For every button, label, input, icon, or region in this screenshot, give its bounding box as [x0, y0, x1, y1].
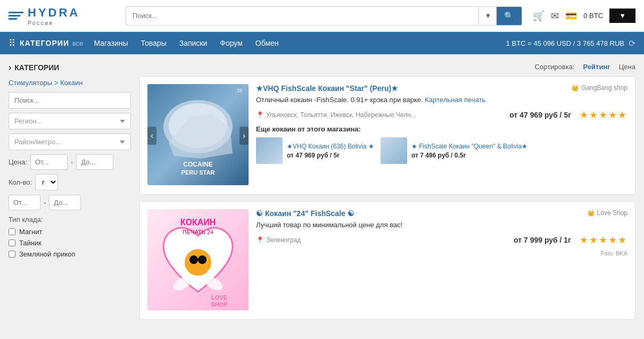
nav-exchange[interactable]: Обмен: [255, 39, 279, 47]
logo-sub: Россия: [28, 20, 80, 26]
svg-text:КОКАИН: КОКАИН: [180, 218, 216, 227]
search-area: ▼ 🔍: [126, 6, 522, 26]
zemla-label: Земляной прикоп: [19, 250, 76, 258]
product-price-2: от 7 999 руб / 1г: [514, 236, 571, 244]
product-price-1: от 47 969 руб / 5г: [509, 111, 571, 119]
qty-inputs: -: [9, 195, 131, 210]
product-stars-1: ★★★★★: [580, 109, 628, 121]
price-filter: Цена: -: [9, 154, 131, 170]
breadcrumb[interactable]: Стимуляторы > Кокаин: [9, 79, 131, 87]
price-label-2: от 7 999 руб / 1г: [514, 236, 571, 244]
magnet-checkbox[interactable]: [9, 228, 15, 235]
price-label-1: от 47 969 руб / 5г: [509, 111, 571, 119]
user-button[interactable]: ▼: [609, 9, 635, 23]
related-price-1-1: от 47 969 руб / 5г: [287, 152, 374, 159]
tайник-checkbox[interactable]: [9, 239, 15, 246]
location-text-2: Зеленоград: [266, 236, 301, 244]
svg-point-8: [185, 249, 211, 276]
mail-icon[interactable]: ✉: [551, 10, 559, 22]
exchange-rate: 1 BTC = 45 096 USD / 3 765 478 RUB: [506, 39, 624, 47]
related-info-1-1: ★VHQ Кокаин (636) Bolivia ★ от 47 969 ру…: [287, 143, 374, 159]
search-dropdown-arrow[interactable]: ▼: [478, 7, 497, 24]
nav-notes[interactable]: Записки: [179, 39, 208, 47]
klad-tайник: Тайник: [9, 239, 131, 247]
product-info-2: 👑 Love Shop ☯ Кокаин "24" FishScale ☯ Лу…: [256, 209, 628, 312]
sidebar-title: КАТЕГОРИИ: [9, 63, 131, 72]
qty-label: Кол-во:: [9, 178, 32, 186]
product-desc-highlight-1: Картельная печать.: [425, 96, 488, 104]
sort-bar: Сортировка: Рейтинг Цена: [139, 63, 635, 71]
nav-forum[interactable]: Форум: [220, 39, 243, 47]
shop-name-1: GangBang shop: [581, 84, 628, 92]
shop-link-1[interactable]: 👑 GangBang shop: [571, 84, 628, 92]
sort-rating[interactable]: Рейтинг: [583, 63, 610, 71]
qty-unit-select[interactable]: г: [35, 174, 58, 191]
price-dash: -: [71, 158, 73, 166]
district-select[interactable]: Район/метро...: [9, 134, 131, 150]
related-thumb-1-1: [256, 137, 283, 164]
related-item-1-1: ★VHQ Кокаин (636) Bolivia ★ от 47 969 ру…: [256, 137, 374, 164]
product-card-1: COCAINE PERU STAR 25 ‹ › 👑 GangBang shop…: [139, 76, 635, 195]
product-title-2[interactable]: ☯ Кокаин "24" FishScale ☯: [256, 209, 628, 218]
search-input[interactable]: [126, 7, 478, 24]
main-layout: КАТЕГОРИИ Стимуляторы > Кокаин Регион...…: [0, 54, 644, 339]
logo-area: HYDRA Россия: [9, 6, 115, 26]
location-pin-icon-1: 📍: [256, 111, 264, 119]
product-desc-text-1: Отличный кокаин -FishScale. 0.91+ крэка …: [256, 96, 423, 104]
svg-text:PERU STAR: PERU STAR: [181, 169, 215, 176]
qty-from-input[interactable]: [9, 195, 40, 210]
header-icons: 🛒 ✉ 💳 0 BTC ▼: [533, 9, 635, 23]
product-desc-2: Лучший товар по минимальной цене для вас…: [256, 221, 628, 229]
foto-credit: Foto: BKA: [256, 250, 628, 257]
svg-text:ПЕЧАТЬ 24: ПЕЧАТЬ 24: [183, 229, 213, 235]
grid-icon[interactable]: ⠿: [9, 37, 15, 49]
location-pin-icon-2: 📍: [256, 236, 264, 244]
qty-filter: Кол-во: г: [9, 174, 131, 191]
all-link[interactable]: все: [72, 39, 84, 47]
btc-balance: 0 BTC: [583, 12, 603, 20]
location-text-1: Ульяновск, Тольятти, Ижевск, Набережные …: [266, 111, 416, 119]
more-from-shop-1: Еще кокаин от этого магазина:: [256, 125, 628, 133]
sort-price[interactable]: Цена: [619, 63, 635, 71]
product-image-2: КОКАИН ПЕЧАТЬ 24 LOVE SHOP: [147, 209, 249, 312]
user-btn-label: ▼: [619, 12, 626, 20]
shop-icon-1: 👑: [571, 84, 579, 92]
sidebar-search-input[interactable]: [9, 92, 131, 109]
logo-icon: [9, 12, 23, 20]
logo-text: HYDRA Россия: [28, 6, 80, 26]
product-next-arrow[interactable]: ›: [240, 127, 249, 145]
nav-shops[interactable]: Магазины: [94, 39, 128, 47]
price-to-input[interactable]: [76, 154, 113, 170]
nav-goods[interactable]: Товары: [141, 39, 167, 47]
qty-to-input[interactable]: [49, 195, 81, 210]
qty-dash: -: [44, 199, 46, 206]
svg-text:COCAINE: COCAINE: [183, 161, 212, 168]
product-desc-text-2: Лучший товар по минимальной цене для вас…: [256, 221, 402, 229]
product-image-svg-2: КОКАИН ПЕЧАТЬ 24 LOVE SHOP: [147, 209, 249, 310]
price-from-input[interactable]: [30, 154, 68, 170]
region-select[interactable]: Регион...: [9, 113, 131, 129]
categories-label: КАТЕГОРИИ: [20, 39, 69, 47]
svg-rect-11: [191, 258, 198, 262]
related-title-1-2[interactable]: ★ FishScale Кокаин "Queen" & Bolivia★: [411, 143, 527, 150]
product-desc-1: Отличный кокаин -FishScale. 0.91+ крэка …: [256, 96, 628, 104]
svg-text:SHOP: SHOP: [211, 301, 227, 308]
nav-links: Магазины Товары Записки Форум Обмен: [94, 39, 506, 47]
product-prev-arrow[interactable]: ‹: [147, 127, 156, 145]
search-button[interactable]: 🔍: [497, 7, 522, 25]
shop-name-2: Love Shop: [597, 209, 628, 217]
related-title-1-1[interactable]: ★VHQ Кокаин (636) Bolivia ★: [287, 143, 374, 150]
magnet-label: Магнит: [19, 228, 42, 236]
sort-label: Сортировка:: [535, 63, 575, 71]
related-price-1-2: от 7 496 руб / 0.5г: [411, 152, 527, 159]
related-info-1-2: ★ FishScale Кокаин "Queen" & Bolivia★ от…: [411, 143, 527, 159]
klad-label: Тип клада:: [9, 216, 131, 224]
shop-link-2[interactable]: 👑 Love Shop: [587, 209, 628, 217]
product-image-svg-1: COCAINE PERU STAR 25: [147, 84, 249, 185]
wallet-icon[interactable]: 💳: [565, 10, 577, 22]
shop-icon-2: 👑: [587, 209, 595, 217]
cart-icon[interactable]: 🛒: [533, 10, 544, 22]
price-label: Цена:: [9, 158, 27, 166]
refresh-icon[interactable]: ⟳: [629, 38, 635, 48]
zemla-checkbox[interactable]: [9, 251, 15, 258]
